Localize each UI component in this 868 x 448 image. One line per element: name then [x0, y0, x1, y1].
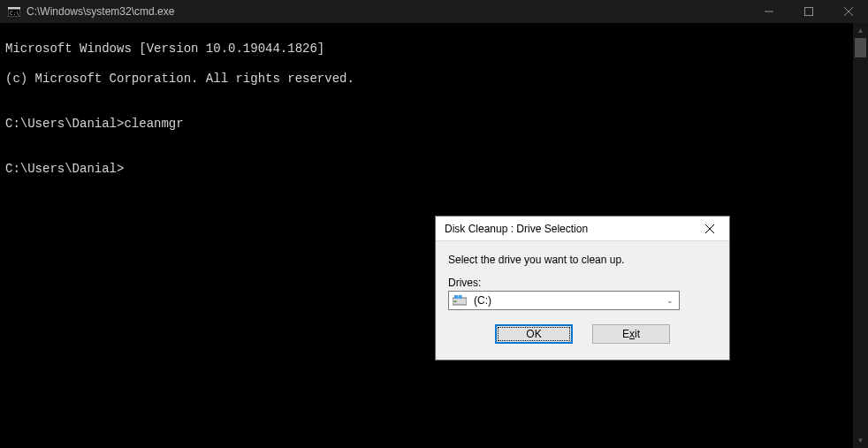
- dialog-button-row: OK Exit: [448, 324, 717, 344]
- window-title: C:\Windows\system32\cmd.exe: [27, 5, 174, 18]
- svg-rect-4: [804, 8, 812, 16]
- terminal-line: C:\Users\Danial>cleanmgr: [5, 117, 848, 132]
- selected-drive-text: (C:): [474, 294, 491, 307]
- terminal-line: (c) Microsoft Corporation. All rights re…: [5, 72, 848, 87]
- window-titlebar: C:\ C:\Windows\system32\cmd.exe: [0, 0, 868, 23]
- svg-text:C:\: C:\: [10, 10, 19, 16]
- exit-button-label: Exit: [622, 328, 640, 340]
- scroll-thumb[interactable]: [855, 38, 866, 57]
- svg-rect-11: [454, 295, 458, 299]
- drive-icon: [453, 294, 467, 307]
- minimize-button[interactable]: [749, 0, 788, 23]
- exit-button[interactable]: Exit: [592, 324, 670, 344]
- dialog-body: Select the drive you want to clean up. D…: [436, 241, 729, 360]
- dialog-instruction: Select the drive you want to clean up.: [448, 254, 717, 266]
- terminal-line: Microsoft Windows [Version 10.0.19044.18…: [5, 42, 848, 57]
- close-button[interactable]: [828, 0, 868, 23]
- drive-select[interactable]: (C:) ⌄: [448, 291, 680, 310]
- disk-cleanup-dialog: Disk Cleanup : Drive Selection Select th…: [435, 216, 730, 361]
- chevron-down-icon: ⌄: [666, 296, 674, 305]
- maximize-button[interactable]: [788, 0, 828, 23]
- svg-rect-10: [454, 301, 457, 303]
- scroll-up-arrow-icon[interactable]: ▲: [853, 23, 868, 38]
- svg-rect-12: [459, 295, 462, 299]
- vertical-scrollbar[interactable]: ▲ ▼: [853, 23, 868, 448]
- dialog-titlebar: Disk Cleanup : Drive Selection: [436, 216, 729, 241]
- ok-button[interactable]: OK: [495, 324, 573, 344]
- cmd-icon: C:\: [7, 6, 21, 17]
- dialog-close-button[interactable]: [692, 218, 727, 239]
- dialog-title: Disk Cleanup : Drive Selection: [445, 223, 692, 235]
- terminal-prompt: C:\Users\Danial>: [5, 162, 848, 177]
- scroll-down-arrow-icon[interactable]: ▼: [853, 433, 868, 448]
- ok-button-label: OK: [526, 328, 541, 340]
- drives-label: Drives:: [448, 277, 717, 289]
